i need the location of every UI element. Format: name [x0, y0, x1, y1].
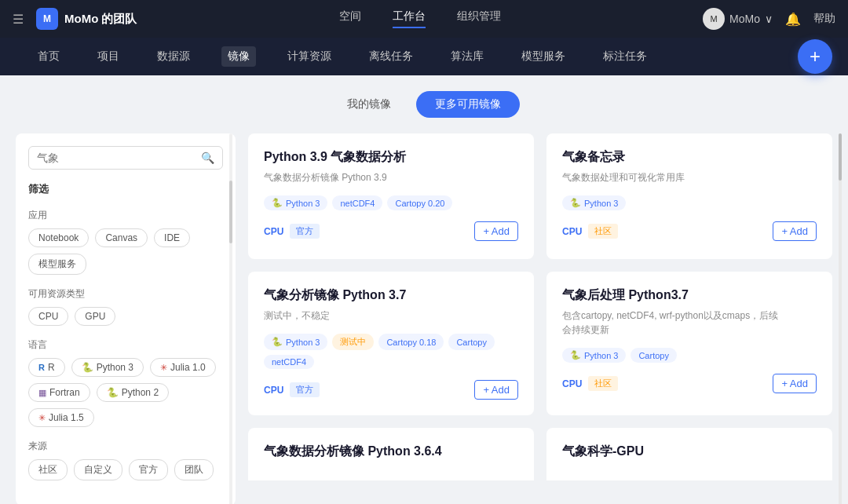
nav-label[interactable]: 标注任务	[597, 46, 653, 67]
tag-fortran[interactable]: ▦ Fortran	[28, 383, 90, 402]
tab-more-mirror[interactable]: 更多可用镜像	[416, 91, 520, 118]
card-3-desc: 测试中，不稳定	[264, 309, 518, 323]
tag-julia15[interactable]: ✳ Julia 1.5	[28, 408, 94, 427]
card-2-tags: 🐍Python 3	[562, 195, 817, 210]
card-3-footer: CPU 官方 + Add	[264, 380, 518, 400]
tag-ide[interactable]: IDE	[154, 228, 190, 247]
nav-space[interactable]: 空间	[339, 9, 361, 28]
card-3-tag-testing: 测试中	[332, 334, 374, 350]
julia10-label: Julia 1.0	[170, 362, 206, 373]
search-box[interactable]: 🔍	[28, 146, 223, 170]
tag-python2[interactable]: 🐍 Python 2	[97, 383, 169, 402]
card-2-source: 社区	[588, 224, 618, 239]
nav-project[interactable]: 项目	[91, 46, 126, 67]
lang-filter: 语言 R R 🐍 Python 3 ✳ Julia 1.0	[28, 338, 223, 427]
search-icon: 🔍	[201, 152, 214, 164]
julia10-icon: ✳	[160, 363, 167, 373]
card-4-source: 社区	[588, 376, 618, 391]
nav-model[interactable]: 模型服务	[515, 46, 572, 67]
team-name: MoMo 的团队	[64, 12, 137, 27]
tag-notebook[interactable]: Notebook	[28, 228, 89, 247]
card-1-add-button[interactable]: + Add	[474, 221, 518, 241]
tag-canvas[interactable]: Canvas	[95, 228, 148, 247]
nav-org[interactable]: 组织管理	[457, 9, 501, 28]
card-1-badges: CPU 官方	[264, 224, 320, 239]
card-3: 气象分析镜像 Python 3.7 测试中，不稳定 🐍Python 3 测试中 …	[248, 272, 534, 415]
nav-home[interactable]: 首页	[31, 46, 66, 67]
partial-card-1-title: 气象数据分析镜像 Python 3.6.4	[264, 444, 518, 460]
resource-tags: CPU GPU	[28, 307, 223, 326]
card-1-footer: CPU 官方 + Add	[264, 221, 518, 241]
filter-section: 筛选	[28, 182, 223, 196]
nav-offline[interactable]: 离线任务	[363, 46, 419, 67]
fab-button[interactable]: +	[798, 39, 832, 74]
cards-grid: Python 3.9 气象数据分析 气象数据分析镜像 Python 3.9 🐍P…	[248, 133, 832, 415]
julia15-icon: ✳	[38, 413, 46, 423]
user-area[interactable]: M MoMo ∨	[703, 8, 773, 30]
card-4-cpu: CPU	[562, 378, 582, 389]
card-3-add-button[interactable]: + Add	[474, 380, 518, 400]
python3-label: Python 3	[97, 362, 133, 373]
julia15-label: Julia 1.5	[49, 412, 84, 423]
username: MoMo	[729, 13, 760, 25]
tag-gpu[interactable]: GPU	[75, 307, 115, 326]
search-input[interactable]	[37, 152, 195, 164]
partial-card-2-title: 气象科学-GPU	[562, 444, 817, 460]
lang-tags: R R 🐍 Python 3 ✳ Julia 1.0 ▦ Fortran	[28, 358, 223, 427]
filter-title: 筛选	[28, 182, 223, 196]
card-3-cpu: CPU	[264, 385, 283, 396]
python2-icon: 🐍	[107, 387, 119, 398]
card-4-add-button[interactable]: + Add	[773, 374, 817, 393]
tag-python3[interactable]: 🐍 Python 3	[71, 358, 144, 377]
bell-icon[interactable]: 🔔	[785, 12, 801, 27]
card-3-source: 官方	[290, 382, 320, 397]
resource-filter: 可用资源类型 CPU GPU	[28, 287, 223, 326]
tag-community[interactable]: 社区	[28, 459, 68, 480]
card-3-tag-cartopy: Cartopy	[448, 334, 495, 350]
card-4-tag-cartopy: Cartopy	[631, 348, 677, 363]
top-right-actions: M MoMo ∨ 🔔 帮助	[703, 8, 835, 30]
tag-official[interactable]: 官方	[129, 459, 168, 480]
card-2-footer: CPU 社区 + Add	[562, 221, 817, 241]
card-1-cpu: CPU	[264, 226, 283, 237]
second-navbar: 首页 项目 数据源 镜像 计算资源 离线任务 算法库 模型服务 标注任务 +	[0, 38, 848, 75]
card-1-tag-python3: 🐍Python 3	[264, 195, 327, 210]
menu-icon[interactable]: ☰	[13, 12, 24, 27]
app-title: 应用	[28, 209, 223, 222]
r-label: R	[48, 362, 55, 373]
card-2-badges: CPU 社区	[562, 224, 618, 239]
nav-algo[interactable]: 算法库	[444, 46, 490, 67]
card-2: 气象备忘录 气象数据处理和可视化常用库 🐍Python 3 CPU 社区 + A…	[546, 133, 832, 259]
python3-icon: 🐍	[82, 362, 93, 373]
help-button[interactable]: 帮助	[813, 12, 835, 26]
tag-cpu[interactable]: CPU	[28, 307, 68, 326]
card-2-title: 气象备忘录	[562, 149, 817, 166]
top-navbar: ☰ M MoMo 的团队 空间 工作台 组织管理 M MoMo ∨ 🔔 帮助	[0, 0, 848, 38]
card-4: 气象后处理 Python3.7 包含cartopy, netCDF4, wrf-…	[546, 272, 832, 415]
tag-team[interactable]: 团队	[174, 459, 214, 480]
partial-card-2: 气象科学-GPU	[546, 428, 832, 480]
python2-label: Python 2	[122, 387, 159, 398]
card-3-tag-netcdf4: netCDF4	[264, 355, 314, 369]
card-4-desc: 包含cartopy, netCDF4, wrf-python以及cmaps，后续…	[562, 309, 782, 337]
card-1-tag-netcdf4: netCDF4	[332, 195, 382, 210]
card-2-add-button[interactable]: + Add	[773, 221, 817, 241]
card-4-tags: 🐍Python 3 Cartopy	[562, 348, 817, 363]
nav-mirror[interactable]: 镜像	[221, 46, 256, 67]
card-1-tags: 🐍Python 3 netCDF4 Cartopy 0.20	[264, 195, 518, 210]
tag-model-service[interactable]: 模型服务	[28, 254, 86, 275]
fortran-icon: ▦	[38, 388, 46, 398]
tag-r[interactable]: R R	[28, 358, 65, 377]
source-filter: 来源 社区 自定义 官方 团队	[28, 440, 223, 480]
tag-julia10[interactable]: ✳ Julia 1.0	[150, 358, 216, 377]
app-filter: 应用 Notebook Canvas IDE 模型服务	[28, 209, 223, 275]
card-3-tag-cartopy18: Cartopy 0.18	[378, 334, 444, 350]
logo-icon: M	[36, 8, 58, 30]
nav-compute[interactable]: 计算资源	[281, 46, 338, 67]
chevron-down-icon: ∨	[765, 13, 773, 25]
card-4-badges: CPU 社区	[562, 376, 618, 391]
nav-workbench[interactable]: 工作台	[393, 9, 426, 28]
tab-my-mirror[interactable]: 我的镜像	[328, 91, 410, 118]
tag-custom[interactable]: 自定义	[74, 459, 122, 480]
nav-datasource[interactable]: 数据源	[151, 46, 196, 67]
